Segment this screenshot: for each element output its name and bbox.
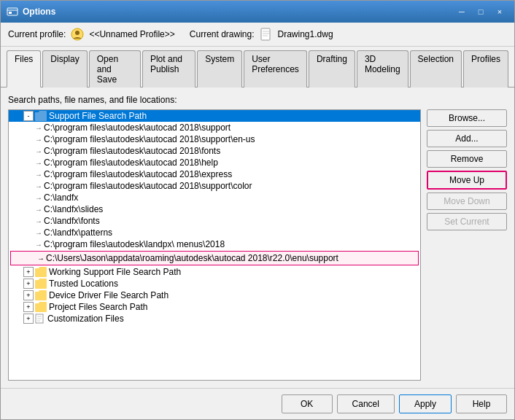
tab-selection[interactable]: Selection (410, 50, 462, 88)
set-current-button[interactable]: Set Current (427, 213, 507, 230)
options-window: Options ─ □ × Current profile: <<Unnamed… (0, 0, 515, 420)
arrow-icon: → (35, 182, 42, 190)
arrow-icon: → (35, 206, 42, 214)
folder-icon (35, 290, 47, 300)
arrow-icon: → (35, 124, 42, 132)
tree-label: Project Files Search Path (49, 302, 147, 312)
folder-icon (35, 111, 47, 121)
minimize-button[interactable]: ─ (453, 5, 471, 18)
tab-files[interactable]: Files (7, 50, 41, 88)
tree-label: C:\program files\autodesk\autocad 2018\s… (44, 134, 255, 144)
remove-button[interactable]: Remove (427, 150, 507, 168)
arrow-icon: → (35, 147, 42, 155)
current-drawing-value: Drawing1.dwg (278, 29, 333, 39)
tree-label: C:\program files\autodesk\landpx\ menus\… (44, 239, 225, 249)
help-button[interactable]: Help (456, 394, 507, 413)
browse-button[interactable]: Browse... (427, 109, 507, 127)
tree-label: C:\landfx\patterns (44, 228, 112, 238)
tree-container[interactable]: - Support File Search Path → C:\program … (8, 109, 421, 381)
arrow-icon: → (35, 229, 42, 237)
apply-button[interactable]: Apply (399, 394, 452, 413)
cancel-button[interactable]: Cancel (337, 394, 395, 413)
tree-label-highlighted: C:\Users\Jason\appdata\roaming\autodesk\… (46, 253, 338, 263)
arrow-icon: → (35, 159, 42, 167)
current-profile-label: Current profile: (8, 29, 66, 39)
expand-btn[interactable]: + (23, 290, 34, 300)
list-item[interactable]: → C:\program files\autodesk\autocad 2018… (9, 122, 420, 133)
search-paths-label: Search paths, file names, and file locat… (8, 95, 507, 105)
tree-label: C:\program files\autodesk\autocad 2018\s… (44, 181, 252, 191)
drawing-section: Current drawing: Drawing1.dwg (190, 27, 333, 42)
tree-label: Customization Files (47, 314, 124, 324)
tree-item-trusted-root[interactable]: + Trusted Locations (9, 278, 420, 289)
arrow-icon: → (35, 171, 42, 179)
tree-label: C:\landfx\fonts (44, 216, 100, 226)
title-bar-controls: ─ □ × (453, 5, 508, 18)
expand-btn[interactable]: + (23, 302, 34, 312)
tree-label: C:\program files\autodesk\autocad 2018\h… (44, 158, 218, 168)
list-item[interactable]: → C:\program files\autodesk\landpx\ menu… (9, 238, 420, 250)
tab-open-and-save[interactable]: Open and Save (89, 50, 141, 88)
arrow-icon: → (35, 217, 42, 225)
tree-label: Trusted Locations (49, 279, 118, 289)
current-drawing-label: Current drawing: (190, 29, 255, 39)
tree-item-device-root[interactable]: + Device Driver File Search Path (9, 289, 420, 301)
expand-btn[interactable]: + (23, 267, 34, 277)
list-item[interactable]: → C:\program files\autodesk\autocad 2018… (9, 133, 420, 145)
tree-label: C:\program files\autodesk\autocad 2018\s… (44, 122, 231, 133)
tree-label: Working Support File Search Path (49, 267, 181, 277)
expand-btn[interactable]: + (23, 314, 34, 324)
content-area: - Support File Search Path → C:\program … (8, 109, 507, 381)
list-item[interactable]: → C:\landfx (9, 192, 420, 203)
window-title: Options (23, 7, 55, 17)
tree-label-support-root: Support File Search Path (49, 111, 147, 121)
list-item[interactable]: → C:\landfx\slides (9, 203, 420, 215)
tab-system[interactable]: System (197, 50, 242, 88)
arrow-icon: → (37, 254, 44, 262)
drawing-icon (259, 27, 274, 42)
list-item[interactable]: → C:\program files\autodesk\autocad 2018… (9, 180, 420, 192)
tree-item-support-root[interactable]: - Support File Search Path (9, 110, 420, 122)
expand-btn[interactable]: - (23, 111, 34, 121)
maximize-button[interactable]: □ (472, 5, 489, 18)
list-item[interactable]: → C:\landfx\fonts (9, 215, 420, 227)
tab-profiles[interactable]: Profiles (463, 50, 508, 88)
list-item[interactable]: → C:\program files\autodesk\autocad 2018… (9, 157, 420, 168)
tab-drafting[interactable]: Drafting (309, 50, 355, 88)
title-bar-left: Options (7, 6, 55, 18)
tab-display[interactable]: Display (42, 50, 87, 88)
tab-3d-modeling[interactable]: 3D Modeling (357, 50, 408, 88)
tree-label: C:\program files\autodesk\autocad 2018\e… (44, 169, 232, 179)
list-item[interactable]: → C:\landfx\patterns (9, 227, 420, 238)
profile-bar: Current profile: <<Unnamed Profile>> Cur… (1, 23, 514, 47)
list-item[interactable]: → C:\program files\autodesk\autocad 2018… (9, 145, 420, 157)
current-profile-value: <<Unnamed Profile>> (89, 29, 174, 39)
main-content: Search paths, file names, and file locat… (1, 88, 514, 388)
folder-icon (35, 302, 47, 312)
tree-scroll: - Support File Search Path → C:\program … (9, 110, 420, 324)
tree-item-working-root[interactable]: + Working Support File Search Path (9, 266, 420, 278)
bottom-bar: OK Cancel Apply Help (1, 388, 514, 419)
folder-icon (35, 267, 47, 277)
page-icon (35, 314, 45, 324)
move-down-button[interactable]: Move Down (427, 192, 507, 210)
move-up-button[interactable]: Move Up (427, 171, 507, 190)
tree-label: C:\landfx (44, 192, 78, 203)
list-item[interactable]: → C:\program files\autodesk\autocad 2018… (9, 168, 420, 180)
expand-btn[interactable]: + (23, 279, 34, 289)
tree-item-project-root[interactable]: + Project Files Search Path (9, 301, 420, 313)
svg-rect-5 (261, 28, 270, 40)
tree-label: C:\program files\autodesk\autocad 2018\f… (44, 146, 220, 156)
title-bar: Options ─ □ × (1, 1, 514, 23)
tab-user-preferences[interactable]: User Preferences (244, 50, 307, 88)
tree-label: Device Driver File Search Path (49, 290, 169, 300)
close-button[interactable]: × (491, 5, 508, 18)
svg-point-4 (75, 31, 80, 35)
profile-section: Current profile: <<Unnamed Profile>> (8, 27, 175, 42)
add-button[interactable]: Add... (427, 130, 507, 147)
ok-button[interactable]: OK (282, 394, 333, 413)
tab-plot-and-publish[interactable]: Plot and Publish (142, 50, 195, 88)
tree-item-custom-root[interactable]: + Customization Files (9, 313, 420, 324)
svg-rect-2 (9, 12, 12, 14)
tree-item-highlighted[interactable]: → C:\Users\Jason\appdata\roaming\autodes… (10, 251, 419, 265)
